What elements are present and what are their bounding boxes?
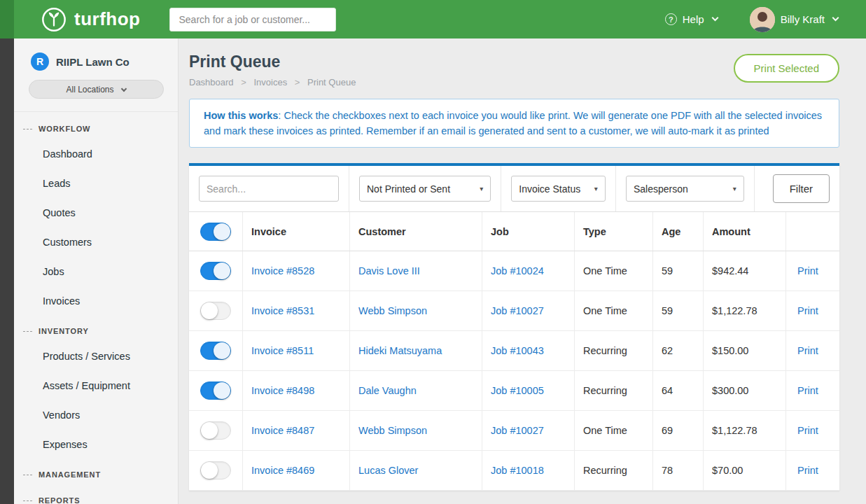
customer-link[interactable]: Davis Love III (358, 265, 420, 276)
invoice-link[interactable]: Invoice #8487 (251, 425, 314, 436)
sidebar-item-expenses[interactable]: Expenses (14, 430, 178, 459)
sidebar-nav: WORKFLOWDashboardLeadsQuotesCustomersJob… (14, 111, 178, 504)
filter-button[interactable]: Filter (773, 174, 830, 203)
edge-strip-top (0, 0, 14, 38)
invoice-type: One Time (575, 291, 653, 330)
print-link[interactable]: Print (797, 305, 818, 316)
toggle-knob (201, 462, 218, 479)
help-menu[interactable]: ? Help (665, 13, 718, 25)
toggle-knob (214, 382, 230, 399)
invoice-amount: $150.00 (704, 331, 786, 370)
select-all-toggle[interactable] (200, 223, 231, 241)
top-navbar: turfhop ? Help Bil (14, 0, 866, 38)
chevron-down-icon (711, 15, 718, 22)
sidebar-item-leads[interactable]: Leads (14, 169, 178, 198)
brand-home-link[interactable]: turfhop (41, 6, 140, 33)
row-select-toggle[interactable] (200, 461, 231, 479)
help-label: Help (683, 13, 704, 25)
print-link[interactable]: Print (797, 265, 818, 276)
sidebar-item-quotes[interactable]: Quotes (14, 198, 178, 227)
printed-filter-select[interactable]: Not Printed or Sent ▾ (359, 176, 491, 202)
print-link[interactable]: Print (797, 425, 818, 436)
invoice-amount: $70.00 (704, 451, 786, 490)
section-dash-icon (23, 475, 32, 475)
sidebar-section-reports: REPORTS (14, 485, 178, 504)
job-link[interactable]: Job #10018 (491, 465, 544, 476)
locations-label: All Locations (66, 85, 113, 94)
caret-down-icon: ▾ (594, 185, 598, 192)
invoice-age: 62 (653, 331, 704, 370)
breadcrumb-invoices[interactable]: Invoices (253, 77, 287, 88)
breadcrumb-dashboard[interactable]: Dashboard (189, 77, 234, 88)
customer-link[interactable]: Webb Simpson (358, 425, 427, 436)
row-select-toggle[interactable] (200, 382, 231, 400)
sidebar-item-assets-equipment[interactable]: Assets / Equipment (14, 371, 178, 400)
sidebar-item-vendors[interactable]: Vendors (14, 400, 178, 430)
invoice-link[interactable]: Invoice #8498 (251, 385, 314, 396)
sidebar-item-dashboard[interactable]: Dashboard (14, 139, 178, 169)
job-link[interactable]: Job #10027 (491, 425, 544, 436)
invoice-type: Recurring (575, 451, 653, 490)
job-link[interactable]: Job #10024 (491, 265, 544, 276)
salesperson-select[interactable]: Salesperson ▾ (626, 176, 744, 202)
invoice-link[interactable]: Invoice #8511 (251, 345, 314, 356)
app-root: turfhop ? Help Bil (0, 0, 866, 504)
section-dash-icon (23, 500, 32, 501)
company-name: RIIPL Lawn Co (56, 56, 130, 68)
invoice-table: InvoiceCustomerJobTypeAgeAmountInvoice #… (189, 212, 839, 491)
info-box: How this works: Check the checkboxes nex… (189, 99, 839, 148)
row-select-toggle[interactable] (200, 421, 231, 440)
row-select-toggle[interactable] (200, 262, 231, 280)
customer-link[interactable]: Hideki Matsuyama (358, 345, 442, 356)
sidebar-item-products-services[interactable]: Products / Services (14, 342, 178, 371)
table-row: Invoice #8487Webb SimpsonJob #10027One T… (189, 411, 839, 451)
column-header-age: Age (653, 212, 704, 251)
filter-bar: Not Printed or Sent ▾ Invoice Status ▾ (189, 166, 839, 212)
main-content: Print Queue Dashboard > Invoices > Print… (179, 38, 866, 504)
user-menu[interactable]: Billy Kraft (750, 7, 838, 32)
toggle-knob (214, 342, 230, 359)
invoice-age: 64 (653, 371, 704, 410)
global-search-input[interactable] (169, 8, 336, 31)
section-dash-icon (23, 129, 32, 130)
customer-link[interactable]: Webb Simpson (358, 305, 427, 316)
toggle-knob (201, 422, 218, 439)
company-header: R RIIPL Lawn Co (14, 38, 178, 71)
table-row: Invoice #8469Lucas GloverJob #10018Recur… (189, 451, 839, 491)
user-name: Billy Kraft (781, 13, 825, 25)
invoice-status-value: Invoice Status (519, 183, 580, 195)
invoice-card: Not Printed or Sent ▾ Invoice Status ▾ (189, 163, 839, 491)
invoice-link[interactable]: Invoice #8531 (251, 305, 314, 316)
sidebar: R RIIPL Lawn Co All Locations WORKFLOWDa… (14, 38, 179, 504)
invoice-type: Recurring (575, 331, 653, 370)
print-link[interactable]: Print (797, 465, 818, 476)
job-link[interactable]: Job #10005 (491, 385, 544, 396)
breadcrumb: Dashboard > Invoices > Print Queue (189, 77, 356, 88)
sidebar-item-invoices[interactable]: Invoices (14, 286, 178, 316)
page-title: Print Queue (189, 52, 356, 71)
job-link[interactable]: Job #10027 (491, 305, 544, 316)
breadcrumb-separator: > (295, 77, 300, 88)
row-select-toggle[interactable] (200, 302, 231, 320)
row-select-toggle[interactable] (200, 342, 231, 360)
invoice-type: Recurring (575, 371, 653, 410)
printed-filter-value: Not Printed or Sent (367, 183, 450, 195)
print-link[interactable]: Print (797, 345, 818, 356)
help-icon: ? (665, 13, 677, 25)
print-link[interactable]: Print (797, 385, 818, 396)
table-search-input[interactable] (199, 176, 339, 202)
column-header-print (786, 212, 839, 251)
invoice-link[interactable]: Invoice #8528 (251, 265, 314, 276)
invoice-status-select[interactable]: Invoice Status ▾ (511, 176, 606, 202)
column-header-invoice: Invoice (243, 212, 350, 251)
table-row: Invoice #8498Dale VaughnJob #10005Recurr… (189, 371, 839, 411)
customer-link[interactable]: Lucas Glover (358, 465, 418, 476)
print-selected-button[interactable]: Print Selected (734, 54, 839, 83)
sidebar-item-customers[interactable]: Customers (14, 227, 178, 257)
all-locations-dropdown[interactable]: All Locations (29, 80, 164, 99)
customer-link[interactable]: Dale Vaughn (358, 385, 417, 396)
sidebar-item-jobs[interactable]: Jobs (14, 257, 178, 286)
invoice-link[interactable]: Invoice #8469 (251, 465, 314, 476)
job-link[interactable]: Job #10043 (491, 345, 544, 356)
invoice-type: One Time (575, 251, 653, 290)
